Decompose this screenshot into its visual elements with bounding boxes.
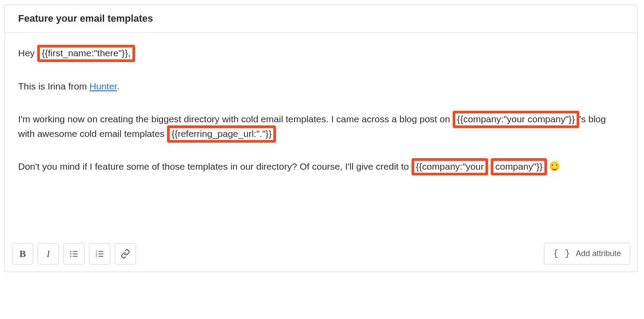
- email-template-editor: Feature your email templates Hey {{first…: [4, 4, 638, 272]
- variable-referring-url: {{referring_page_url:"."}}: [167, 125, 276, 143]
- paragraph-ask: Don't you mind if I feature some of thos…: [18, 160, 624, 174]
- add-attribute-label: Add attribute: [576, 249, 621, 258]
- braces-icon: { }: [553, 249, 570, 259]
- editor-header: Feature your email templates: [5, 5, 637, 33]
- para3-a: Don't you mind if I feature some of thos…: [18, 161, 411, 171]
- italic-icon: I: [47, 248, 50, 260]
- intro-prefix: This is Irina from: [18, 81, 89, 91]
- add-attribute-button[interactable]: { } Add attribute: [544, 243, 630, 265]
- bold-icon: B: [19, 248, 26, 260]
- link-icon: [120, 249, 130, 259]
- editor-body[interactable]: Hey {{first_name:"there"}}, This is Irin…: [5, 33, 637, 237]
- italic-button[interactable]: I: [38, 243, 59, 265]
- bullet-list-icon: [69, 249, 79, 259]
- smile-emoji: [550, 161, 559, 171]
- bold-button[interactable]: B: [12, 243, 33, 265]
- svg-point-2: [70, 256, 71, 257]
- variable-first-name: {{first_name:"there"}},: [37, 45, 135, 62]
- paragraph-greeting: Hey {{first_name:"there"}},: [18, 46, 624, 61]
- variable-company-2a: {{company:"your: [411, 158, 488, 175]
- editor-title: Feature your email templates: [18, 13, 624, 24]
- variable-company-1: {{company:"your company"}}: [453, 111, 579, 128]
- svg-text:3: 3: [96, 254, 97, 257]
- paragraph-intro: This is Irina from Hunter.: [18, 79, 624, 94]
- numbered-list-icon: 1 2 3: [95, 249, 105, 259]
- intro-suffix: .: [117, 81, 120, 91]
- link-hunter[interactable]: Hunter: [89, 81, 117, 91]
- bullet-list-button[interactable]: [63, 243, 85, 265]
- formatting-toolbar: B I 1 2: [12, 243, 136, 265]
- svg-point-0: [70, 251, 71, 252]
- variable-company-2b: company"}}: [491, 158, 547, 175]
- numbered-list-button[interactable]: 1 2 3: [89, 243, 110, 265]
- paragraph-working: I'm working now on creating the biggest …: [18, 112, 624, 141]
- editor-footer: B I 1 2: [5, 237, 637, 272]
- svg-point-1: [70, 253, 71, 254]
- link-button[interactable]: [115, 243, 136, 265]
- para2-a: I'm working now on creating the biggest …: [18, 114, 453, 124]
- greeting-prefix: Hey: [18, 48, 37, 58]
